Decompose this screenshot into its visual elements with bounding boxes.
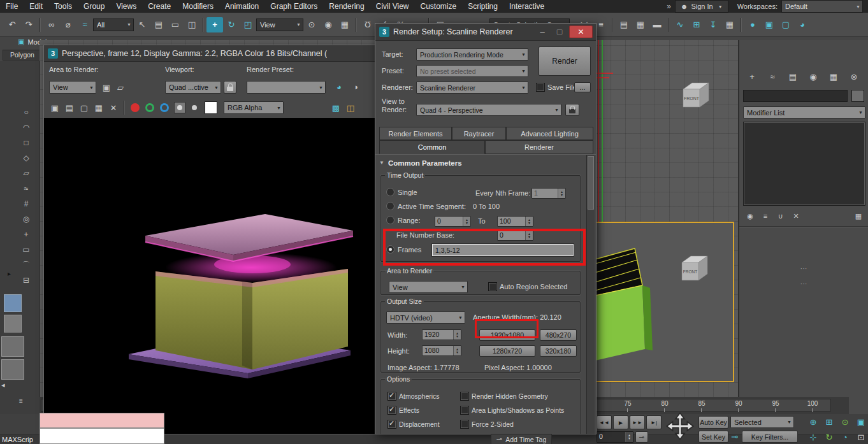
toggle-layer-explorer-icon[interactable]: ▤ [616,17,632,32]
preset-dropdown[interactable]: No preset selected [416,65,528,77]
lock-view-button[interactable] [565,104,579,116]
pan-icon[interactable]: ⊹ [806,430,821,444]
rfw-area-dropdown[interactable]: View [49,81,96,94]
menu-modifiers[interactable]: Modifiers [177,2,219,11]
render-button[interactable]: Render [539,47,591,76]
menu-scripting[interactable]: Scripting [462,2,503,11]
save-image-icon[interactable]: ▣ [48,100,62,115]
clear-image-icon[interactable]: ✕ [106,100,120,115]
target-dropdown[interactable]: Production Rendering Mode [416,48,528,61]
pin-stack-icon[interactable]: ◉ [743,210,757,222]
viewport-layout-tab[interactable] [1,336,24,357]
utilities-tab-icon[interactable]: ⊗ [845,69,863,84]
menu-create[interactable]: Create [142,2,177,11]
orbit-icon[interactable]: ↻ [821,430,837,444]
spinner-arrows-icon[interactable] [453,330,461,340]
select-and-link-icon[interactable]: ∞ [43,17,60,32]
hierarchy-tab-icon[interactable]: ▤ [784,69,802,84]
set-key-button[interactable]: Set Key [698,431,728,443]
rfw-preset-dropdown[interactable] [247,81,326,94]
set-keys-icon[interactable]: ⊸ [731,432,738,441]
flyout-arrow-icon[interactable]: ▸ [8,270,11,277]
red-channel-icon[interactable] [131,103,140,112]
area-lights-checkbox[interactable] [460,406,469,415]
rfw-lock-viewport-button[interactable] [224,81,236,94]
menu-civil-view[interactable]: Civil View [370,2,415,11]
reference-coordinate-dropdown[interactable]: View [256,18,303,31]
green-channel-icon[interactable] [145,103,154,112]
show-end-result-icon[interactable]: ≡ [758,210,772,222]
spinner-arrows-icon[interactable] [525,217,533,226]
effects-checkbox[interactable] [387,406,396,415]
zoom-all-icon[interactable]: ⊞ [821,415,837,429]
auto-key-button[interactable]: Auto Key [698,416,728,429]
motion-tab-icon[interactable]: ◉ [804,69,822,84]
select-by-name-icon[interactable]: ▤ [150,17,167,32]
minimize-button[interactable]: – [534,26,551,38]
configure-modifier-sets-icon[interactable]: ▦ [851,210,865,222]
select-and-rotate-icon[interactable]: ↻ [223,17,240,32]
clone-window-icon[interactable]: ▢ [77,100,91,115]
field-of-view-icon[interactable]: ◔ [837,430,853,444]
auto-region-icon[interactable]: ▱ [114,80,127,94]
print-image-icon[interactable]: ▦ [92,100,106,115]
modeling-tool-icon[interactable]: ⌒ [18,257,34,273]
curve-editor-icon[interactable]: ∿ [672,17,688,32]
object-color-swatch[interactable] [851,90,864,102]
width-spinner[interactable]: 1920 [422,329,461,340]
force-2-sided-checkbox[interactable] [460,420,469,429]
window-crossing-icon[interactable]: ◫ [184,17,200,32]
viewport-layout-tab[interactable] [4,315,22,333]
select-object-icon[interactable]: ↖ [134,17,150,32]
save-file-checkbox[interactable] [536,83,545,92]
menu-graph-editors[interactable]: Graph Editors [264,2,323,11]
modeling-tool-icon[interactable]: ▭ [18,242,34,257]
height-spinner[interactable]: 1080 [422,345,461,356]
rectangular-selection-region-icon[interactable]: ▭ [167,17,184,32]
size-preset-320x180-button[interactable]: 320x180 [540,345,577,357]
remove-modifier-icon[interactable]: ✕ [789,210,803,222]
auto-region-checkbox[interactable] [488,282,497,291]
tab-common[interactable]: Common [379,140,485,154]
environment-contrast-icon[interactable]: ◑ [349,80,363,94]
range-from-spinner[interactable]: 0 [435,216,471,227]
key-filters-button[interactable]: Key Filters... [742,431,798,443]
scene-object-green[interactable] [595,224,735,381]
alpha-channel-icon[interactable] [192,105,197,110]
menu-customize[interactable]: Customize [415,2,463,11]
color-correction-icon[interactable]: ▩ [329,100,343,115]
snaps-toggle-icon[interactable]: Ω [359,17,376,32]
modifier-list-dropdown[interactable]: Modifier List [743,106,865,118]
go-to-end-button[interactable]: ►| [646,415,662,429]
renderer-dropdown[interactable]: Scanline Renderer [416,82,528,94]
maximize-viewport-icon[interactable]: ⊡ [853,430,868,444]
display-tab-icon[interactable]: ▦ [825,69,843,84]
modeling-tool-icon[interactable]: □ [18,135,34,150]
modeling-tool-icon[interactable]: ◇ [18,150,34,166]
bind-to-space-warp-icon[interactable]: ≈ [76,17,93,32]
spinner-arrows-icon[interactable] [463,217,470,226]
super-black-checkbox[interactable] [460,434,469,434]
object-name-field[interactable] [743,90,848,102]
play-button[interactable]: ► [613,415,628,429]
menu-rendering[interactable]: Rendering [323,2,370,11]
material-editor-icon[interactable]: ● [744,17,761,32]
area-to-render-dropdown[interactable]: View [389,281,468,293]
range-radio[interactable] [386,216,394,224]
dialog-scrollbar[interactable] [586,155,595,434]
scrollbar-thumb[interactable] [588,156,594,210]
save-file-browse-button[interactable]: ... [574,82,591,92]
listener-menu-icon[interactable]: ≡ [19,397,23,405]
menu-tools[interactable]: Tools [48,2,78,11]
modeling-tool-icon[interactable]: # [18,196,34,211]
tab-raytracer[interactable]: Raytracer [452,127,506,140]
menu-animation[interactable]: Animation [219,2,264,11]
menu-overflow-icon[interactable]: » [663,2,675,11]
zoom-extents-icon[interactable]: ⊙ [837,415,853,429]
sign-in-button[interactable]: ☻ Sign In [675,0,728,13]
viewport-layout-tab[interactable] [1,359,24,380]
viewcube-front-label[interactable]: FRONT [684,96,700,101]
scene-explorer-icon[interactable]: ▦ [632,17,649,32]
zoom-region-icon[interactable]: ▣ [853,415,868,429]
modeling-tool-icon[interactable]: ◎ [18,211,34,227]
